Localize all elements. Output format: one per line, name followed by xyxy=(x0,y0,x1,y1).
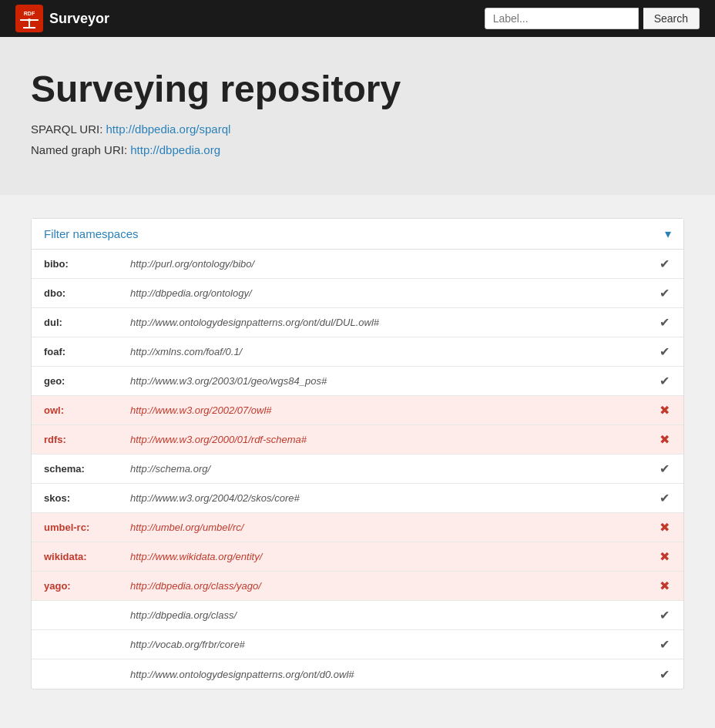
ns-prefix: geo: xyxy=(32,369,124,393)
namespace-row[interactable]: skos:http://www.w3.org/2004/02/skos/core… xyxy=(32,484,683,513)
checkmark-icon: ✔ xyxy=(660,344,670,359)
check-icon[interactable]: ✔ xyxy=(645,250,683,277)
namespace-row[interactable]: yago:http://dbpedia.org/class/yago/✖ xyxy=(32,572,683,601)
ns-prefix: rdfs: xyxy=(32,428,124,451)
ns-prefix: foaf: xyxy=(32,340,124,364)
ns-prefix: skos: xyxy=(32,486,124,510)
ns-uri: http://dbpedia.org/ontology/ xyxy=(124,281,645,305)
x-icon[interactable]: ✖ xyxy=(645,397,683,424)
namespace-row[interactable]: http://www.ontologydesignpatterns.org/on… xyxy=(32,659,683,689)
times-icon: ✖ xyxy=(660,520,670,535)
ns-prefix: umbel-rc: xyxy=(32,515,124,539)
check-icon[interactable]: ✔ xyxy=(645,602,683,629)
check-icon[interactable]: ✔ xyxy=(645,338,683,365)
times-icon: ✖ xyxy=(660,403,670,418)
ns-uri: http://schema.org/ xyxy=(124,457,645,481)
checkmark-icon: ✔ xyxy=(660,315,670,330)
graph-label: Named graph URI: xyxy=(31,143,127,156)
graph-url[interactable]: http://dbpedia.org xyxy=(130,143,220,156)
ns-uri: http://purl.org/ontology/bibo/ xyxy=(124,252,645,276)
check-icon[interactable]: ✔ xyxy=(645,631,683,658)
check-icon[interactable]: ✔ xyxy=(645,661,683,688)
search-input[interactable] xyxy=(485,8,639,29)
filter-namespaces-table: Filter namespaces ▾ bibo:http://purl.org… xyxy=(31,218,684,689)
check-icon[interactable]: ✔ xyxy=(645,367,683,394)
checkmark-icon: ✔ xyxy=(660,257,670,271)
checkmark-icon: ✔ xyxy=(660,667,670,682)
ns-uri: http://www.wikidata.org/entity/ xyxy=(124,545,645,569)
namespace-rows-container: bibo:http://purl.org/ontology/bibo/✔dbo:… xyxy=(32,250,683,689)
ns-uri: http://dbpedia.org/class/yago/ xyxy=(124,574,645,598)
surveyor-logo-icon: RDF xyxy=(15,5,43,32)
ns-prefix: dul: xyxy=(32,310,124,334)
namespace-row[interactable]: http://vocab.org/frbr/core#✔ xyxy=(32,630,683,659)
namespace-row[interactable]: wikidata:http://www.wikidata.org/entity/… xyxy=(32,542,683,572)
logo: RDF Surveyor xyxy=(15,5,109,32)
ns-prefix: owl: xyxy=(32,398,124,422)
times-icon: ✖ xyxy=(660,579,670,593)
ns-uri: http://www.w3.org/2002/07/owl# xyxy=(124,398,645,422)
namespace-row[interactable]: geo:http://www.w3.org/2003/01/geo/wgs84_… xyxy=(32,367,683,396)
ns-prefix: bibo: xyxy=(32,252,124,276)
ns-uri: http://xmlns.com/foaf/0.1/ xyxy=(124,340,645,364)
ns-prefix xyxy=(32,609,124,622)
namespace-row[interactable]: schema:http://schema.org/✔ xyxy=(32,455,683,484)
ns-uri: http://umbel.org/umbel/rc/ xyxy=(124,515,645,539)
ns-prefix: dbo: xyxy=(32,281,124,305)
ns-uri: http://dbpedia.org/class/ xyxy=(124,603,645,627)
page-title: Surveying repository xyxy=(31,68,684,110)
namespace-row[interactable]: rdfs:http://www.w3.org/2000/01/rdf-schem… xyxy=(32,425,683,455)
header: RDF Surveyor Search xyxy=(0,0,715,37)
sparql-label: SPARQL URI: xyxy=(31,122,102,136)
x-icon[interactable]: ✖ xyxy=(645,543,683,570)
times-icon: ✖ xyxy=(660,549,670,564)
check-icon[interactable]: ✔ xyxy=(645,280,683,307)
graph-uri-line: Named graph URI: http://dbpedia.org xyxy=(31,143,684,156)
sparql-url[interactable]: http://dbpedia.org/sparql xyxy=(106,122,231,136)
ns-prefix: wikidata: xyxy=(32,545,124,569)
check-icon[interactable]: ✔ xyxy=(645,485,683,512)
svg-point-5 xyxy=(28,18,31,22)
ns-uri: http://www.ontologydesignpatterns.org/on… xyxy=(124,310,645,334)
logo-text: Surveyor xyxy=(49,11,109,27)
namespace-row[interactable]: umbel-rc:http://umbel.org/umbel/rc/✖ xyxy=(32,513,683,542)
ns-uri: http://www.w3.org/2003/01/geo/wgs84_pos# xyxy=(124,369,645,393)
checkmark-icon: ✔ xyxy=(660,637,670,652)
x-icon[interactable]: ✖ xyxy=(645,514,683,541)
x-icon[interactable]: ✖ xyxy=(645,572,683,599)
checkmark-icon: ✔ xyxy=(660,374,670,388)
times-icon: ✖ xyxy=(660,432,670,447)
check-icon[interactable]: ✔ xyxy=(645,455,683,482)
x-icon[interactable]: ✖ xyxy=(645,426,683,453)
ns-prefix: yago: xyxy=(32,574,124,598)
checkmark-icon: ✔ xyxy=(660,461,670,476)
main-content: Filter namespaces ▾ bibo:http://purl.org… xyxy=(0,195,715,713)
namespace-row[interactable]: owl:http://www.w3.org/2002/07/owl#✖ xyxy=(32,396,683,425)
filter-namespaces-header[interactable]: Filter namespaces ▾ xyxy=(32,219,683,250)
ns-prefix: schema: xyxy=(32,457,124,481)
namespace-row[interactable]: http://dbpedia.org/class/✔ xyxy=(32,601,683,630)
ns-prefix xyxy=(32,639,124,651)
ns-prefix xyxy=(32,668,124,680)
check-icon[interactable]: ✔ xyxy=(645,309,683,336)
search-button[interactable]: Search xyxy=(643,8,700,29)
svg-text:RDF: RDF xyxy=(24,11,35,16)
ns-uri: http://www.w3.org/2004/02/skos/core# xyxy=(124,486,645,510)
checkmark-icon: ✔ xyxy=(660,608,670,622)
namespace-row[interactable]: foaf:http://xmlns.com/foaf/0.1/✔ xyxy=(32,337,683,367)
chevron-down-icon: ▾ xyxy=(665,226,671,241)
checkmark-icon: ✔ xyxy=(660,491,670,505)
checkmark-icon: ✔ xyxy=(660,286,670,300)
sparql-uri-line: SPARQL URI: http://dbpedia.org/sparql xyxy=(31,122,684,136)
namespace-row[interactable]: dbo:http://dbpedia.org/ontology/✔ xyxy=(32,279,683,308)
hero-section: Surveying repository SPARQL URI: http://… xyxy=(0,37,715,195)
namespace-row[interactable]: bibo:http://purl.org/ontology/bibo/✔ xyxy=(32,250,683,279)
namespace-row[interactable]: dul:http://www.ontologydesignpatterns.or… xyxy=(32,308,683,337)
ns-uri: http://www.w3.org/2000/01/rdf-schema# xyxy=(124,428,645,451)
search-form: Search xyxy=(485,8,700,29)
filter-header-label: Filter namespaces xyxy=(44,227,139,240)
ns-uri: http://vocab.org/frbr/core# xyxy=(124,632,645,656)
ns-uri: http://www.ontologydesignpatterns.org/on… xyxy=(124,663,645,686)
